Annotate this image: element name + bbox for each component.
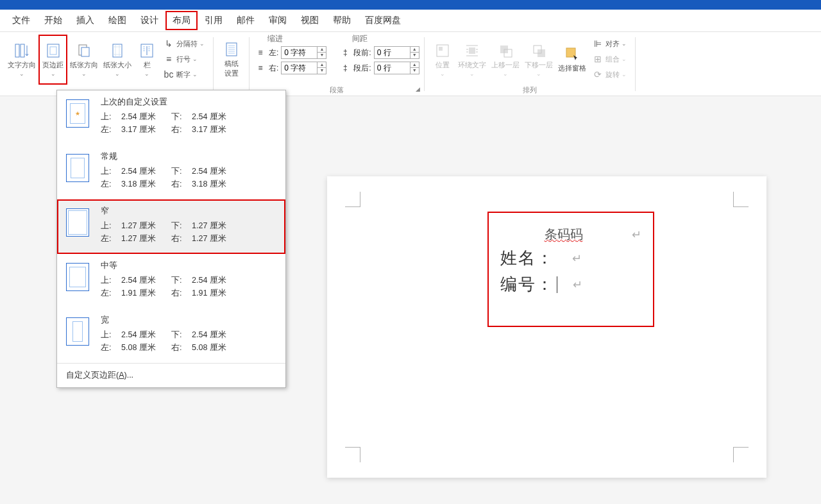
spin-down[interactable]: ▼ xyxy=(410,68,419,74)
doc-text: 编号： xyxy=(500,273,554,296)
indent-right-icon: ≡ xyxy=(255,63,266,72)
doc-text: 条码码 xyxy=(500,226,627,243)
margin-preview-icon xyxy=(66,263,89,291)
spin-up[interactable]: ▲ xyxy=(410,62,419,68)
rotate-icon: ⟳ xyxy=(593,69,603,80)
group-paragraph: 缩进 ≡左:▲▼ ≡右:▲▼ 间距 ‡段前:▲▼ ‡段后:▲▼ 段落 ◢ xyxy=(250,32,425,96)
margin-preview-icon xyxy=(66,317,89,346)
menu-insert[interactable]: 插入 xyxy=(69,11,101,30)
breaks-button[interactable]: ↳分隔符⌄ xyxy=(160,36,208,51)
menu-references[interactable]: 引用 xyxy=(198,11,230,30)
margin-preview-icon xyxy=(66,154,89,182)
paper-size-icon xyxy=(110,43,125,58)
menu-file[interactable]: 文件 xyxy=(5,11,37,30)
lineno-icon: ≡ xyxy=(164,54,174,64)
space-before-spinner[interactable]: ▲▼ xyxy=(374,46,419,59)
document-page[interactable]: 条码码↵ 姓名：↵ 编号：↵ xyxy=(327,176,766,478)
spin-up[interactable]: ▲ xyxy=(410,47,419,53)
page-margins-button[interactable]: 页边距⌄ xyxy=(38,35,67,85)
menu-view[interactable]: 视图 xyxy=(294,11,326,30)
breaks-icon: ↳ xyxy=(164,38,174,49)
hyphenation-button[interactable]: bc断字⌄ xyxy=(160,67,208,82)
menu-layout[interactable]: 布局 xyxy=(165,11,198,30)
selection-pane-button[interactable]: 选择窗格 xyxy=(555,35,589,85)
doc-text: 姓名： xyxy=(500,247,554,269)
crop-mark xyxy=(733,447,749,462)
menu-bar: 文件 开始 插入 绘图 设计 布局 引用 邮件 审阅 视图 帮助 百度网盘 xyxy=(0,10,821,32)
spacing-label: 间距 xyxy=(352,33,419,44)
chevron-down-icon: ⌄ xyxy=(81,71,87,77)
text-direction-icon xyxy=(14,43,30,58)
para-mark-icon: ↵ xyxy=(632,228,641,242)
align-icon: ⊫ xyxy=(593,38,603,49)
group-button: ⊞组合⌄ xyxy=(589,51,631,67)
group-page-setup: 文字方向⌄ 页边距⌄ 纸张方向⌄ 纸张大小⌄ 栏⌄ ↳分隔符⌄ ≡行号⌄ bc断… xyxy=(0,32,214,96)
para-mark-icon: ↵ xyxy=(573,278,582,292)
margin-preview-icon: ★ xyxy=(66,99,89,128)
spin-up[interactable]: ▲ xyxy=(317,47,326,53)
chevron-down-icon: ⌄ xyxy=(199,40,205,47)
preset-normal[interactable]: 常规 上:2.54 厘米下:2.54 厘米 左:3.18 厘米右:3.18 厘米 xyxy=(57,145,285,199)
menu-review[interactable]: 审阅 xyxy=(262,11,294,30)
group-arrange: 位置⌄ 环绕文字⌄ 上移一层⌄ 下移一层⌄ 选择窗格 ⊫对齐⌄ ⊞组合⌄ ⟳旋转… xyxy=(425,32,636,96)
svg-rect-3 xyxy=(50,47,56,55)
svg-rect-5 xyxy=(81,47,89,56)
menu-baidu[interactable]: 百度网盘 xyxy=(358,11,408,30)
backward-icon xyxy=(531,43,546,58)
chevron-down-icon: ⌄ xyxy=(115,71,120,77)
margins-dropdown: ★ 上次的自定义设置 上:2.54 厘米下:2.54 厘米 左:3.17 厘米右… xyxy=(56,90,286,388)
margin-preview-icon xyxy=(66,208,89,237)
indent-label: 缩进 xyxy=(267,33,326,44)
para-mark-icon: ↵ xyxy=(572,251,582,265)
custom-margins-item[interactable]: 自定义页边距(A)... xyxy=(57,363,285,387)
paragraph-dialog-launcher[interactable]: ◢ xyxy=(416,86,422,92)
menu-design[interactable]: 设计 xyxy=(133,11,165,30)
menu-draw[interactable]: 绘图 xyxy=(101,11,133,30)
selection-pane-icon xyxy=(564,46,580,62)
spin-up[interactable]: ▲ xyxy=(317,62,326,68)
chevron-down-icon: ⌄ xyxy=(51,71,56,77)
draft-icon xyxy=(224,42,239,57)
group-draft: 稿纸 设置 xyxy=(214,32,250,96)
svg-rect-11 xyxy=(439,47,443,51)
svg-rect-2 xyxy=(47,44,59,57)
svg-rect-0 xyxy=(15,44,19,57)
wrap-icon xyxy=(464,43,480,58)
preset-last-custom[interactable]: ★ 上次的自定义设置 上:2.54 厘米下:2.54 厘米 左:3.17 厘米右… xyxy=(57,90,285,145)
text-cursor xyxy=(557,276,557,293)
spin-down[interactable]: ▼ xyxy=(410,53,419,58)
send-backward-button: 下移一层⌄ xyxy=(522,35,555,85)
spin-down[interactable]: ▼ xyxy=(317,53,326,58)
margins-icon xyxy=(46,43,61,58)
line-numbers-button[interactable]: ≡行号⌄ xyxy=(160,51,208,67)
columns-button[interactable]: 栏⌄ xyxy=(134,35,160,85)
chevron-down-icon: ⌄ xyxy=(19,71,24,77)
preset-wide[interactable]: 宽 上:2.54 厘米下:2.54 厘米 左:5.08 厘米右:5.08 厘米 xyxy=(57,308,285,363)
columns-icon xyxy=(139,43,155,58)
title-bar xyxy=(0,0,821,10)
bring-forward-button: 上移一层⌄ xyxy=(489,35,522,85)
space-after-spinner[interactable]: ▲▼ xyxy=(374,62,419,74)
hyphen-icon: bc xyxy=(164,69,174,80)
menu-help[interactable]: 帮助 xyxy=(326,11,358,30)
indent-right-spinner[interactable]: ▲▼ xyxy=(281,62,326,74)
position-icon xyxy=(435,43,450,58)
wrap-text-button: 环绕文字⌄ xyxy=(455,35,489,85)
indent-left-spinner[interactable]: ▲▼ xyxy=(281,46,326,59)
crop-mark xyxy=(733,192,749,207)
draft-settings-button[interactable]: 稿纸 设置 xyxy=(219,35,244,85)
paper-size-button[interactable]: 纸张大小⌄ xyxy=(101,35,134,85)
orientation-icon xyxy=(76,43,92,58)
menu-home[interactable]: 开始 xyxy=(37,11,69,30)
menu-mailings[interactable]: 邮件 xyxy=(230,11,262,30)
orientation-button[interactable]: 纸张方向⌄ xyxy=(67,35,101,85)
spin-down[interactable]: ▼ xyxy=(317,68,326,74)
preset-narrow[interactable]: 窄 上:1.27 厘米下:1.27 厘米 左:1.27 厘米右:1.27 厘米 xyxy=(57,199,285,254)
group-icon: ⊞ xyxy=(593,54,603,64)
highlight-box: 条码码↵ 姓名：↵ 编号：↵ xyxy=(487,212,654,327)
preset-moderate[interactable]: 中等 上:2.54 厘米下:2.54 厘米 左:1.91 厘米右:1.91 厘米 xyxy=(57,254,285,308)
crop-mark xyxy=(345,192,360,207)
space-after-icon: ‡ xyxy=(339,63,351,72)
text-direction-button[interactable]: 文字方向⌄ xyxy=(5,35,38,85)
align-button[interactable]: ⊫对齐⌄ xyxy=(589,36,631,51)
